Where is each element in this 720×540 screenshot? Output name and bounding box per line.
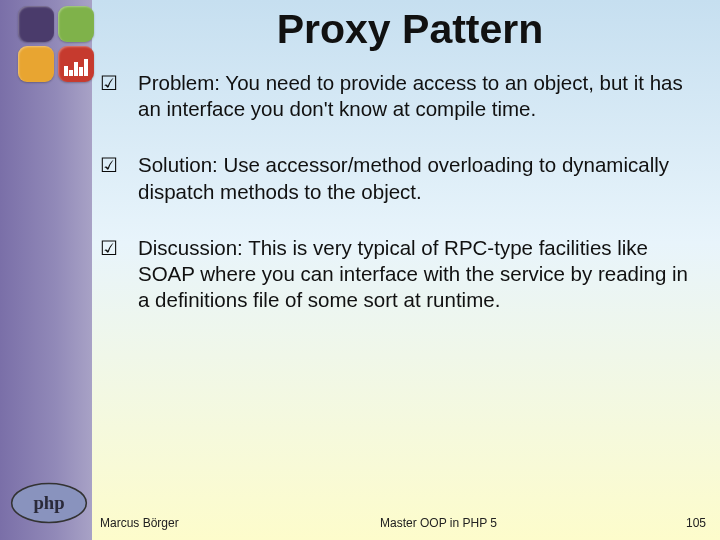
php-logo-icon: php <box>10 482 88 524</box>
bullet-text: Problem: You need to provide access to a… <box>138 70 704 122</box>
footer-author: Marcus Börger <box>100 516 350 530</box>
bullet-item: ☑ Solution: Use accessor/method overload… <box>98 152 704 204</box>
logo-tile-red-bars <box>58 46 94 82</box>
logo-tile-green <box>58 6 94 42</box>
footer-page-number: 105 <box>650 516 710 530</box>
bullet-item: ☑ Discussion: This is very typical of RP… <box>98 235 704 314</box>
slide-footer: Marcus Börger Master OOP in PHP 5 105 <box>100 516 710 530</box>
bullet-text: Discussion: This is very typical of RPC-… <box>138 235 704 314</box>
footer-title: Master OOP in PHP 5 <box>350 516 650 530</box>
logo-tile-purple <box>18 6 54 42</box>
logo-tile-orange <box>18 46 54 82</box>
corner-logo <box>18 6 96 84</box>
bullet-text: Solution: Use accessor/method overloadin… <box>138 152 704 204</box>
checkbox-icon: ☑ <box>98 235 138 261</box>
checkbox-icon: ☑ <box>98 152 138 178</box>
slide-title: Proxy Pattern <box>120 6 700 53</box>
checkbox-icon: ☑ <box>98 70 138 96</box>
svg-text:php: php <box>33 492 64 513</box>
slide-content: ☑ Problem: You need to provide access to… <box>98 70 704 344</box>
bullet-item: ☑ Problem: You need to provide access to… <box>98 70 704 122</box>
